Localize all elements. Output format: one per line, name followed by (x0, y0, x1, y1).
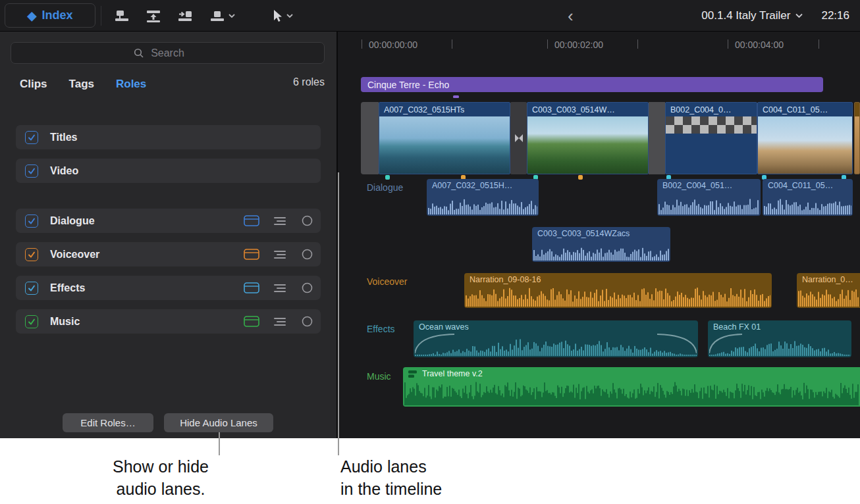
append-clip-button[interactable] (171, 5, 199, 27)
previous-chevron-button[interactable]: ‹ (564, 4, 578, 28)
subroles-icon[interactable] (274, 216, 287, 226)
audio-clip-effects[interactable]: Ocean waves (414, 320, 698, 357)
audio-lane-icon[interactable] (244, 249, 259, 260)
audio-lane-icon[interactable] (244, 316, 259, 327)
overwrite-clip-button[interactable] (203, 5, 241, 27)
project-title-menu[interactable]: 00.1.4 Italy Trailer (701, 9, 803, 22)
audio-clip-name: Narration_09-08-16 (470, 275, 541, 284)
chevron-down-icon (286, 14, 293, 18)
audio-clip-name: Ocean waves (419, 322, 469, 332)
role-row-video[interactable]: Video (16, 159, 321, 183)
gap-clip[interactable] (649, 102, 665, 174)
ruler-timecode: 00:00:00:00 (369, 39, 417, 50)
lane-label-effects: Effects (367, 324, 395, 334)
hide-audio-lanes-button[interactable]: Hide Audio Lanes (164, 413, 273, 432)
waveform (415, 336, 697, 356)
fade-in-handle[interactable] (709, 332, 742, 353)
search-input[interactable] (11, 42, 325, 64)
role-label: Effects (50, 282, 85, 294)
role-row-music[interactable]: Music (16, 309, 321, 334)
role-row-dialogue[interactable]: Dialogue (16, 209, 321, 233)
toolbar-divider (101, 6, 101, 26)
video-thumbnail (666, 116, 757, 174)
audio-clip-dialogue[interactable]: A007_C032_0515H… (427, 179, 539, 216)
lane-label-dialogue: Dialogue (367, 182, 403, 193)
title-clip-label: Cinque Terre - Echo (367, 80, 449, 90)
checkbox-effects[interactable] (25, 282, 38, 295)
checkbox-music[interactable] (25, 315, 38, 328)
focus-circle-icon[interactable] (302, 215, 313, 226)
marker[interactable] (578, 175, 583, 180)
project-header: 00.1.4 Italy Trailer 22:16 (701, 0, 849, 32)
fade-out-handle[interactable] (657, 332, 697, 353)
audio-clip-effects[interactable]: Beach FX 01 (708, 320, 851, 357)
video-clip[interactable]: A007_C032_0515HTs (379, 102, 510, 174)
connected-clip-icon (408, 370, 418, 378)
role-row-titles[interactable]: Titles (16, 125, 321, 149)
title-clip[interactable]: Cinque Terre - Echo (361, 77, 823, 92)
waveform (764, 195, 851, 214)
subroles-icon[interactable] (274, 284, 287, 293)
tab-tags[interactable]: Tags (69, 78, 94, 91)
audio-clip-dialogue[interactable]: C004_C011_05… (763, 179, 853, 216)
search-field-wrap (11, 42, 325, 64)
timeline[interactable]: 00:00:00:00 00:00:02:00 00:00:04:00 Cinq… (338, 32, 860, 438)
focus-circle-icon[interactable] (302, 316, 313, 327)
fade-in-handle[interactable] (415, 332, 454, 353)
tab-roles[interactable]: Roles (116, 78, 146, 91)
check-icon (27, 166, 36, 176)
video-clip[interactable]: B002_C004_0… (665, 102, 757, 174)
transition-icon (514, 133, 524, 143)
checkbox-titles[interactable] (25, 131, 38, 144)
audio-clip-voiceover[interactable]: Narration_0… (797, 273, 860, 308)
subroles-icon[interactable] (274, 317, 287, 326)
checkbox-video[interactable] (25, 164, 38, 178)
checkbox-voiceover[interactable] (25, 248, 38, 261)
arrow-cursor-icon (270, 9, 283, 23)
insert-clip-icon (146, 9, 161, 23)
edit-roles-button[interactable]: Edit Roles… (63, 413, 153, 432)
audio-lane-icon[interactable] (244, 215, 259, 226)
audio-lane-icon[interactable] (244, 282, 259, 293)
audio-clip-voiceover[interactable]: Narration_09-08-16 (464, 273, 772, 308)
check-icon (27, 133, 36, 142)
waveform (533, 242, 669, 261)
audio-clip-name: Beach FX 01 (713, 322, 761, 332)
video-clip[interactable]: C004_C011_05… (757, 102, 853, 174)
audio-clip-dialogue[interactable]: B002_C004_051… (657, 179, 761, 216)
audio-clip-name: A007_C032_0515H… (432, 181, 512, 190)
ruler-tick (362, 39, 362, 49)
role-row-effects[interactable]: Effects (16, 276, 321, 300)
role-row-voiceover[interactable]: Voiceover (16, 242, 321, 266)
callout-line-left (219, 432, 220, 455)
video-clip[interactable]: C003_C003_0514W… (527, 102, 649, 174)
connect-clip-button[interactable] (108, 5, 136, 27)
waveform (466, 287, 770, 307)
audio-clip-dialogue-connected[interactable]: C003_C003_0514WZacs (532, 227, 670, 262)
tab-clips[interactable]: Clips (20, 78, 47, 91)
video-thumbnail (379, 116, 510, 174)
video-thumbnail (758, 116, 852, 174)
checkbox-dialogue[interactable] (25, 214, 38, 228)
audio-clip-name: B002_C004_051… (662, 181, 732, 190)
ruler-tick (728, 39, 728, 49)
focus-circle-icon[interactable] (302, 282, 313, 293)
check-icon (27, 317, 36, 326)
video-clip[interactable] (854, 102, 860, 174)
tools-menu-button[interactable] (263, 5, 299, 27)
index-button-label: Index (41, 9, 72, 22)
insert-clip-button[interactable] (140, 5, 167, 27)
ruler-timecode: 00:00:04:00 (735, 39, 784, 50)
video-clip-name (855, 103, 860, 116)
trim-handle[interactable] (361, 102, 379, 174)
focus-circle-icon[interactable] (302, 249, 313, 260)
video-thumbnail (527, 116, 648, 174)
audio-clip-music[interactable]: Travel theme v.2 (403, 367, 860, 407)
roles-count-label: 6 roles (293, 76, 325, 88)
index-button[interactable]: ◆ Index (5, 3, 95, 28)
marker[interactable] (385, 175, 390, 180)
transition[interactable] (510, 102, 527, 174)
project-title-label: 00.1.4 Italy Trailer (701, 9, 790, 22)
subroles-icon[interactable] (274, 250, 287, 259)
overwrite-clip-icon (209, 9, 225, 23)
